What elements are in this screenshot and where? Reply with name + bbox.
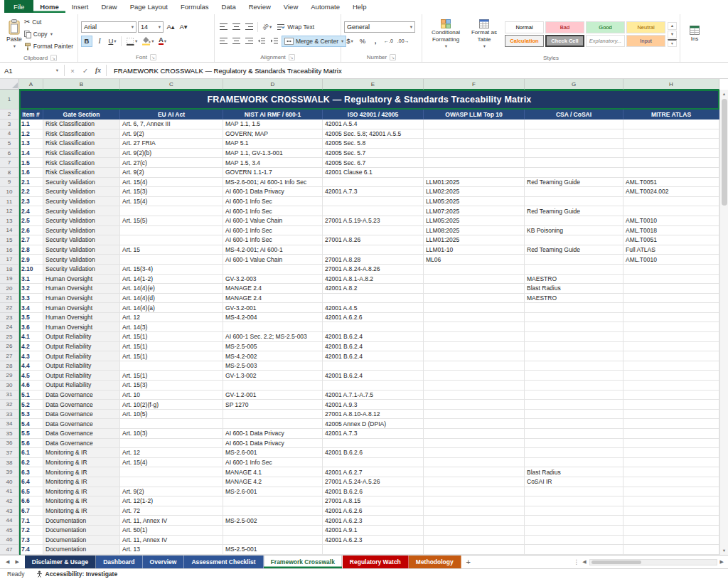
column-header-e[interactable]: E <box>323 79 424 90</box>
cell[interactable]: AML.T0010 <box>623 255 719 265</box>
cell[interactable]: 4.3 <box>19 351 43 361</box>
cell[interactable] <box>424 410 525 420</box>
row-header-27[interactable]: 27 <box>0 351 19 361</box>
row-header-43[interactable]: 43 <box>0 506 19 516</box>
header-gate-section[interactable]: Gate Section <box>43 110 120 119</box>
vertical-scrollbar[interactable]: ▲ ▼ <box>719 90 728 555</box>
row-header-24[interactable]: 24 <box>0 322 19 332</box>
cell[interactable]: 2.2 <box>19 187 43 197</box>
cell[interactable] <box>525 506 623 516</box>
cell[interactable]: 4.1 <box>19 332 43 342</box>
cell[interactable]: Monitoring & IR <box>43 496 120 506</box>
increase-indent-button[interactable] <box>269 36 280 47</box>
cell[interactable]: Art. 15(1) <box>120 351 223 361</box>
gallery-up-button[interactable]: ▲ <box>668 22 677 30</box>
vscroll-down-button[interactable]: ▼ <box>720 546 728 555</box>
cell[interactable]: Output Reliability <box>43 351 120 361</box>
cell[interactable] <box>323 381 424 391</box>
cell[interactable] <box>525 439 623 449</box>
cell[interactable]: Security Validation <box>43 226 120 236</box>
ribbon-tab-page-layout[interactable]: Page Layout <box>124 0 174 13</box>
cell[interactable]: LLM05:2025 <box>424 197 525 207</box>
cell[interactable]: Data Governance <box>43 391 120 400</box>
cell[interactable]: Blast Radius <box>525 467 623 477</box>
name-box[interactable]: A1 ▾ <box>0 63 63 78</box>
cell[interactable] <box>424 351 525 361</box>
hscroll-right-button[interactable]: ▶ <box>720 559 724 565</box>
cell[interactable] <box>525 351 623 361</box>
cell-style-explanatory[interactable]: Explanatory... <box>586 35 625 47</box>
row-header-31[interactable]: 31 <box>0 391 19 400</box>
cell[interactable] <box>525 487 623 497</box>
cell[interactable]: Risk Classification <box>43 168 120 178</box>
cell[interactable]: 27001 A.5.19-A.5.23 <box>323 216 424 226</box>
cell[interactable]: AI 600-1 Data Privacy <box>223 429 323 439</box>
cell[interactable] <box>525 419 623 429</box>
cell[interactable] <box>223 322 323 332</box>
cell[interactable] <box>323 322 424 332</box>
cell[interactable]: Monitoring & IR <box>43 487 120 497</box>
cell[interactable]: 42005 Sec. 6.7 <box>323 158 424 168</box>
cell[interactable]: Art. 10(3) <box>120 429 223 439</box>
alignment-dialog-launcher[interactable]: ↘ <box>289 54 295 60</box>
increase-decimal-button[interactable]: ←.0 <box>382 36 395 47</box>
cell[interactable] <box>623 400 719 410</box>
cell[interactable]: MS-4.2-004 <box>223 313 323 323</box>
cell[interactable]: 27001 A.8.28 <box>323 255 424 265</box>
cell[interactable]: 42001 B.6.2.4 <box>323 351 424 361</box>
cell[interactable] <box>323 458 424 468</box>
cell[interactable] <box>525 158 623 168</box>
ribbon-tab-draw[interactable]: Draw <box>95 0 123 13</box>
cell[interactable]: 42001 A.7.3 <box>323 429 424 439</box>
cell[interactable] <box>525 139 623 149</box>
cell[interactable]: Art. 27 FRIA <box>120 139 223 149</box>
cell[interactable]: Art. 14(4)(e) <box>120 284 223 294</box>
cell[interactable]: Art. 12 <box>120 448 223 458</box>
cell[interactable]: Human Oversight <box>43 294 120 304</box>
row-header-22[interactable]: 22 <box>0 303 19 313</box>
cell[interactable] <box>424 275 525 285</box>
cell[interactable]: Art. 15(5) <box>120 216 223 226</box>
row-header-41[interactable]: 41 <box>0 487 19 497</box>
cell[interactable] <box>323 178 424 188</box>
row-header-45[interactable]: 45 <box>0 526 19 536</box>
row-header-21[interactable]: 21 <box>0 294 19 304</box>
cell[interactable]: 3.1 <box>19 275 43 285</box>
cell[interactable] <box>525 235 623 245</box>
cell[interactable]: 6.6 <box>19 496 43 506</box>
cell[interactable]: Human Oversight <box>43 275 120 285</box>
cell-style-neutral[interactable]: Neutral <box>626 21 665 33</box>
cell[interactable]: 5.6 <box>19 439 43 449</box>
cell[interactable] <box>120 419 223 429</box>
cell[interactable]: Art. 10(5) <box>120 410 223 420</box>
ribbon-tab-insert[interactable]: Insert <box>65 0 95 13</box>
cell[interactable] <box>424 361 525 371</box>
cell[interactable]: MS-2.6-001 <box>223 448 323 458</box>
cell[interactable] <box>525 197 623 207</box>
cell[interactable] <box>323 226 424 236</box>
row-header-35[interactable]: 35 <box>0 429 19 439</box>
header-mitre[interactable]: MITRE ATLAS <box>623 110 719 119</box>
cell[interactable]: 42001 A.6.2.3 <box>323 536 424 546</box>
cell[interactable] <box>223 419 323 429</box>
cell[interactable] <box>623 391 719 400</box>
sheet-tab-assessment-checklist[interactable]: Assessment Checklist <box>184 556 263 568</box>
row-header-46[interactable]: 46 <box>0 536 19 546</box>
sheet-tab-framework-crosswalk[interactable]: Framework Crosswalk <box>264 556 343 568</box>
cell[interactable] <box>223 265 323 275</box>
cell[interactable]: Blast Radius <box>525 284 623 294</box>
cell[interactable] <box>323 545 424 555</box>
cell[interactable] <box>525 342 623 352</box>
cell[interactable]: Monitoring & IR <box>43 506 120 516</box>
row-header-44[interactable]: 44 <box>0 516 19 526</box>
format-painter-button[interactable]: Format Painter <box>23 41 75 53</box>
cell[interactable]: Red Teaming Guide <box>525 245 623 255</box>
sheet-tab-overview[interactable]: Overview <box>143 556 185 568</box>
cell[interactable] <box>424 487 525 497</box>
row-header-17[interactable]: 17 <box>0 255 19 265</box>
cell[interactable]: 42001 B.6.2.6 <box>323 448 424 458</box>
ribbon-tab-data[interactable]: Data <box>215 0 242 13</box>
cell[interactable] <box>323 197 424 207</box>
cell[interactable] <box>525 119 623 129</box>
cell[interactable] <box>424 526 525 536</box>
